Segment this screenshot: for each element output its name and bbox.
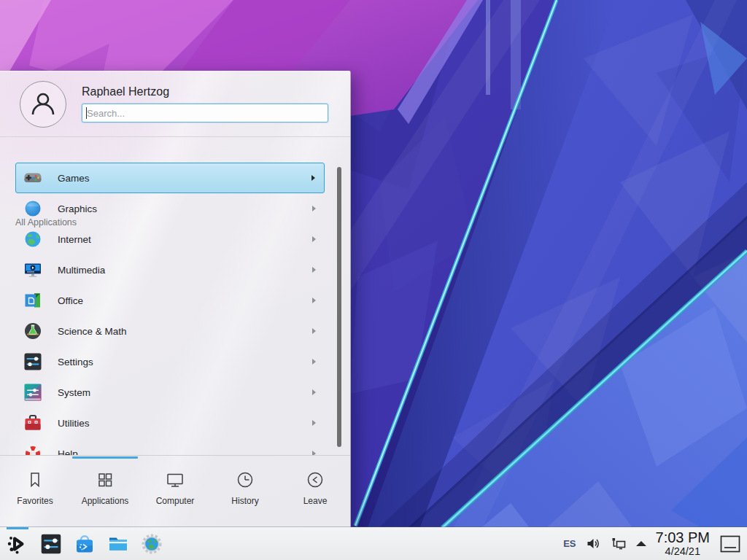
tab-favorites[interactable]: Favorites	[0, 456, 70, 527]
system-tray: ES 7:03 PM 4/24/21	[563, 530, 741, 557]
sphere-icon	[23, 199, 42, 218]
digital-clock[interactable]: 7:03 PM 4/24/21	[656, 530, 710, 557]
tab-applications[interactable]: Applications	[70, 456, 140, 527]
user-avatar[interactable]	[20, 81, 66, 128]
tray-expand-arrow-icon[interactable]	[636, 541, 646, 546]
tab-label: Favorites	[17, 496, 53, 506]
list-item-system[interactable]: System	[15, 377, 325, 408]
list-item-games[interactable]: Games	[15, 163, 325, 193]
list-item-help[interactable]: Help	[15, 438, 325, 455]
list-item-label: Games	[58, 173, 90, 184]
category-list: Games Graphics	[0, 163, 350, 455]
monitor-play-icon	[23, 260, 42, 279]
tab-label: Applications	[82, 496, 129, 506]
tab-label: History	[231, 496, 258, 506]
list-item-science-math[interactable]: Science & Math	[15, 316, 325, 346]
launcher-tab-bar: Favorites Applications Computer	[0, 455, 350, 527]
list-item-label: System	[58, 387, 90, 398]
list-item-office[interactable]: Office	[15, 285, 325, 316]
clock-date: 4/24/21	[665, 546, 700, 557]
active-task-indicator	[7, 527, 28, 529]
flask-icon	[23, 322, 42, 341]
lifebuoy-icon	[23, 444, 42, 455]
list-item-label: Utilities	[58, 418, 90, 429]
tab-leave[interactable]: Leave	[280, 456, 350, 527]
list-item-label: Internet	[58, 234, 91, 245]
user-icon	[28, 90, 58, 119]
system-sliders-icon	[23, 383, 42, 402]
submenu-arrow-icon	[312, 359, 316, 365]
tab-label: Computer	[156, 496, 195, 506]
search-input[interactable]	[82, 104, 328, 122]
desktop: Raphael Hertzog All Applications	[0, 0, 747, 560]
list-item-label: Multimedia	[58, 265, 105, 276]
list-item-label: Settings	[58, 357, 93, 368]
text-caret	[86, 107, 87, 119]
list-item-utilities[interactable]: Utilities	[15, 408, 325, 438]
volume-icon[interactable]	[586, 536, 601, 551]
list-item-label: Graphics	[58, 203, 97, 214]
list-item-settings[interactable]: Settings	[15, 346, 325, 377]
taskbar-panel: ES 7:03 PM 4/24/21	[0, 527, 747, 560]
submenu-arrow-icon	[312, 298, 316, 303]
document-icon	[23, 291, 42, 310]
network-icon[interactable]	[611, 536, 627, 551]
discover-button[interactable]	[73, 532, 96, 555]
app-grid-icon	[96, 470, 115, 489]
list-item-graphics[interactable]: Graphics	[15, 193, 325, 224]
system-settings-button[interactable]	[39, 532, 62, 555]
tab-computer[interactable]: Computer	[140, 456, 210, 527]
list-item-label: Help	[58, 448, 78, 456]
list-item-multimedia[interactable]: Multimedia	[15, 254, 325, 285]
bookmark-icon	[26, 470, 44, 489]
tab-label: Leave	[303, 496, 328, 506]
show-desktop-icon	[720, 535, 740, 553]
submenu-arrow-icon	[312, 206, 316, 211]
launcher-header: Raphael Hertzog	[0, 71, 350, 137]
file-manager-button[interactable]	[107, 532, 129, 555]
keyboard-layout-indicator[interactable]: ES	[563, 538, 576, 549]
application-launcher-menu: Raphael Hertzog All Applications	[0, 71, 351, 527]
settings-sliders-icon	[40, 533, 62, 555]
globe-gear-icon	[141, 533, 163, 555]
submenu-arrow-icon	[312, 389, 316, 395]
kde-kicker-icon	[7, 533, 28, 555]
submenu-arrow-icon	[312, 420, 316, 426]
web-browser-button[interactable]	[140, 532, 163, 555]
globe-icon	[23, 230, 42, 249]
submenu-arrow-icon	[311, 175, 315, 181]
blue-folder-icon	[107, 533, 129, 555]
list-item-label: Office	[58, 295, 83, 306]
list-item-internet[interactable]: Internet	[15, 224, 325, 254]
gamepad-icon	[23, 168, 42, 187]
computer-icon	[166, 470, 185, 489]
list-item-label: Science & Math	[58, 326, 127, 337]
submenu-arrow-icon	[312, 328, 316, 334]
leave-circle-icon	[306, 470, 325, 489]
software-bag-icon	[74, 533, 96, 555]
submenu-arrow-icon	[312, 236, 316, 242]
application-launcher-button[interactable]	[6, 532, 28, 555]
submenu-arrow-icon	[312, 267, 316, 273]
user-name: Raphael Hertzog	[82, 85, 328, 98]
scrollbar[interactable]	[337, 167, 341, 447]
clock-time: 7:03 PM	[656, 530, 710, 545]
toolbox-icon	[23, 413, 42, 432]
history-clock-icon	[236, 470, 255, 489]
tab-history[interactable]: History	[210, 456, 280, 527]
show-desktop-button[interactable]	[719, 534, 741, 553]
sliders-icon	[23, 352, 42, 371]
